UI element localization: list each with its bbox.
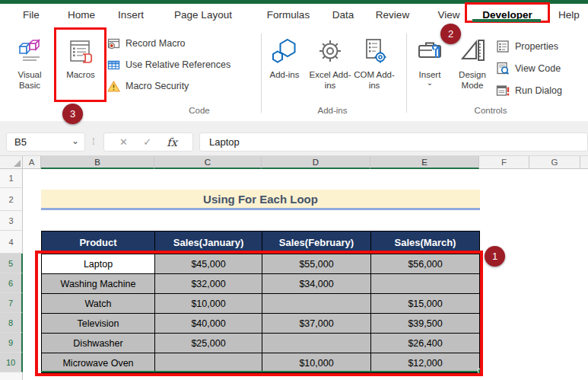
cell[interactable]: $39,500	[371, 314, 480, 334]
macros-button[interactable]: Macros	[58, 33, 103, 109]
column-header-b[interactable]: B	[41, 156, 154, 169]
cell[interactable]: Television	[42, 314, 155, 334]
visual-basic-button[interactable]: Visual Basic	[8, 33, 52, 109]
table-row: Dishwasher $25,000 $26,400	[42, 334, 480, 353]
insert-control-button[interactable]: Insert ⌄	[408, 33, 451, 109]
column-header-a[interactable]: A	[23, 156, 41, 169]
tab-developer[interactable]: Developer	[482, 4, 532, 27]
relative-references-icon	[107, 59, 120, 72]
row-header-9[interactable]: 9	[0, 333, 23, 353]
cell[interactable]: $40,000	[155, 314, 262, 334]
select-all-button[interactable]	[0, 156, 23, 169]
row-header-2[interactable]: 2	[0, 188, 23, 211]
cell[interactable]: $34,000	[262, 274, 371, 294]
tab-review[interactable]: Review	[376, 4, 409, 27]
cell[interactable]: $25,000	[155, 334, 262, 353]
table-row: Watch $10,000 $15,000	[42, 294, 480, 314]
cell[interactable]: Washing Machine	[42, 274, 155, 294]
add-ins-label: Add-ins	[262, 69, 307, 80]
table-header-product[interactable]: Product	[42, 232, 155, 254]
cell[interactable]: $10,000	[155, 294, 262, 314]
cell[interactable]: $45,000	[155, 254, 262, 274]
cell-b5-active[interactable]: Laptop	[42, 254, 155, 274]
tab-insert[interactable]: Insert	[118, 4, 144, 27]
tab-data[interactable]: Data	[332, 4, 354, 27]
record-macro-button[interactable]: Record Macro	[107, 35, 186, 52]
developer-tab-underline	[472, 19, 541, 22]
column-header-d[interactable]: D	[262, 156, 370, 169]
column-header-c[interactable]: C	[154, 156, 262, 169]
cell[interactable]: $37,000	[262, 314, 371, 334]
table-header-sales-january[interactable]: Sales(January)	[155, 232, 262, 254]
record-macro-icon	[107, 37, 120, 50]
run-dialog-icon	[496, 84, 510, 97]
table-header-sales-march[interactable]: Sales(March)	[371, 232, 480, 254]
row-header-5[interactable]: 5	[0, 254, 23, 273]
group-label-add-ins: Add-ins	[318, 106, 348, 115]
formula-value: Laptop	[209, 136, 240, 148]
cell[interactable]: $55,000	[262, 254, 371, 274]
cell[interactable]: $15,000	[371, 294, 480, 314]
ribbon-tab-bar: File Home Insert Page Layout Formulas Da…	[0, 4, 588, 27]
row-header-3[interactable]: 3	[0, 211, 23, 231]
view-code-icon	[496, 62, 510, 75]
row-header-10[interactable]: 10	[0, 353, 23, 372]
com-add-ins-label: COM Add-ins	[352, 69, 396, 91]
cell[interactable]: Watch	[42, 294, 155, 314]
table-row: Washing Machine $32,000 $34,000	[42, 274, 480, 294]
tab-home[interactable]: Home	[68, 4, 95, 27]
tab-file[interactable]: File	[23, 4, 40, 27]
column-header-g[interactable]: G	[529, 156, 580, 169]
properties-button[interactable]: Properties	[496, 38, 558, 55]
design-mode-button[interactable]: Design Mode	[451, 33, 494, 109]
cell[interactable]	[262, 334, 371, 353]
cell[interactable]: $32,000	[155, 274, 262, 294]
run-dialog-button[interactable]: Run Dialog	[496, 82, 562, 99]
row-header-7[interactable]: 7	[0, 293, 23, 313]
column-header-f[interactable]: F	[479, 156, 529, 169]
com-add-ins-button[interactable]: COM Add-ins	[352, 33, 396, 109]
row-header-partial	[0, 372, 23, 380]
row-header-1[interactable]: 1	[0, 169, 23, 188]
excel-add-ins-button[interactable]: Excel Add-ins	[307, 33, 353, 109]
row-header-6[interactable]: 6	[0, 273, 23, 293]
ribbon: Visual Basic Macros	[0, 27, 588, 122]
add-ins-icon	[262, 33, 307, 69]
cell[interactable]: Microwave Oven	[42, 353, 155, 373]
tab-formulas[interactable]: Formulas	[267, 4, 310, 27]
use-relative-references-button[interactable]: Use Relative References	[107, 56, 230, 73]
cell[interactable]	[262, 294, 371, 314]
fx-icon[interactable]: fx	[167, 136, 177, 148]
name-box-value: B5	[14, 136, 27, 148]
cell[interactable]: $56,000	[371, 254, 480, 274]
tab-page-layout[interactable]: Page Layout	[174, 4, 232, 27]
selection-fill-handle[interactable]	[478, 369, 483, 374]
row-header-8[interactable]: 8	[0, 313, 23, 333]
cell[interactable]: $10,000	[262, 353, 371, 373]
design-mode-label: Design Mode	[451, 69, 494, 91]
formula-bar-drag-handle[interactable]: ⁞	[92, 136, 95, 147]
table-header-sales-february[interactable]: Sales(February)	[262, 232, 371, 254]
cell[interactable]	[155, 353, 262, 373]
sheet-title-banner[interactable]: Using For Each Loop	[41, 190, 480, 210]
properties-icon	[496, 40, 510, 53]
tab-help[interactable]: Help	[558, 4, 580, 27]
formula-input[interactable]: Laptop	[199, 133, 588, 152]
cell[interactable]: Dishwasher	[42, 334, 155, 353]
row-header-4[interactable]: 4	[0, 231, 23, 254]
visual-basic-icon	[8, 33, 52, 69]
cell[interactable]: $26,400	[371, 334, 480, 353]
table-header-row: Product Sales(January) Sales(February) S…	[42, 232, 480, 254]
column-header-e[interactable]: E	[370, 156, 479, 169]
macro-security-button[interactable]: Macro Security	[107, 78, 189, 94]
view-code-button[interactable]: View Code	[496, 60, 561, 77]
name-box[interactable]: B5 ⌄	[6, 133, 85, 152]
add-ins-button[interactable]: Add-ins	[262, 33, 307, 109]
enter-icon[interactable]: ✓	[143, 136, 151, 148]
table-row: Microwave Oven $10,000 $12,000	[42, 353, 480, 373]
column-header-partial	[580, 156, 588, 169]
cell[interactable]: $12,000	[371, 353, 480, 373]
cell[interactable]	[371, 274, 480, 294]
cancel-icon[interactable]: ✕	[119, 136, 128, 148]
name-box-chevron-icon[interactable]: ⌄	[72, 136, 79, 146]
